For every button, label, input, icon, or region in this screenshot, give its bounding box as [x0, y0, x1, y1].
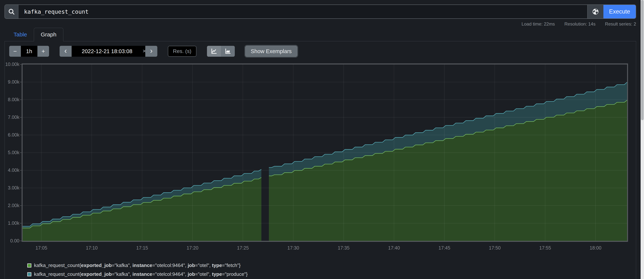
scrollbar-thumb[interactable] [641, 0, 644, 120]
y-axis-tick [20, 188, 22, 188]
load-time: Load time: 22ms [522, 21, 555, 26]
legend-swatch [27, 264, 32, 268]
x-axis-tick-label: 17:35 [332, 245, 355, 251]
range-increase-button[interactable]: + [38, 46, 49, 57]
x-axis-tick-label: 17:40 [383, 245, 405, 251]
execute-button[interactable]: Execute [604, 5, 636, 18]
result-series: Result series: 2 [605, 21, 636, 26]
line-chart-icon [211, 48, 217, 54]
x-axis-tick-label: 17:05 [30, 245, 53, 251]
x-axis-tick-label: 17:15 [131, 245, 154, 251]
legend-swatch [27, 272, 32, 276]
resolution-input[interactable] [168, 46, 196, 57]
x-axis-tick-label: 17:45 [433, 245, 456, 251]
legend-item[interactable]: kafka_request_count{exported_job="kafka"… [27, 271, 636, 277]
query-stats: Load time: 22ms Resolution: 14s Result s… [4, 21, 636, 27]
y-axis-tick-label: 0.00 [5, 238, 19, 244]
line-graph-button[interactable] [207, 46, 221, 57]
y-axis-tick [20, 135, 22, 135]
query-input[interactable] [18, 5, 587, 18]
tab-table[interactable]: Table [7, 28, 34, 41]
y-axis-tick [20, 241, 22, 241]
y-axis-tick [20, 170, 22, 171]
y-axis-tick-label: 3.00k [5, 185, 19, 191]
plot-area[interactable] [22, 63, 628, 242]
end-time-box: × [72, 46, 145, 57]
y-axis-tick-label: 6.00k [5, 132, 19, 138]
show-exemplars-button[interactable]: Show Exemplars [245, 46, 297, 57]
graph-panel: − + ‹ × › [4, 41, 636, 279]
y-axis-tick-label: 2.00k [5, 203, 19, 208]
stacked-chart-icon [225, 48, 231, 54]
x-axis-tick-label: 17:50 [484, 245, 506, 251]
end-time-control: ‹ × › [60, 46, 157, 57]
legend-series-name: kafka_request_count{exported_job="kafka"… [34, 271, 248, 277]
x-axis-tick-label: 17:30 [282, 245, 304, 251]
y-axis-tick [20, 64, 22, 65]
y-axis-tick-label: 4.00k [5, 168, 19, 173]
time-back-button[interactable]: ‹ [60, 46, 72, 57]
time-forward-button[interactable]: › [145, 46, 157, 57]
y-axis-tick-label: 1.00k [5, 220, 19, 226]
graph-type-toggle [207, 46, 235, 57]
globe-icon [592, 8, 599, 15]
y-axis-tick-label: 5.00k [5, 150, 19, 155]
tab-bar: Table Graph [4, 28, 636, 41]
prometheus-expression-browser: Execute Load time: 22ms Resolution: 14s … [0, 0, 640, 279]
series-legend: kafka_request_count{exported_job="kafka"… [27, 263, 636, 277]
range-decrease-button[interactable]: − [9, 46, 21, 57]
x-axis-tick-label: 18:00 [584, 245, 607, 251]
legend-item[interactable]: kafka_request_count{exported_job="kafka"… [27, 263, 636, 268]
y-axis-tick-label: 10.00k [5, 62, 19, 67]
range-input[interactable] [21, 46, 38, 57]
series-fetch-area [269, 100, 627, 241]
plot-canvas[interactable] [22, 64, 627, 241]
search-icon [8, 8, 15, 15]
x-axis-tick-label: 17:55 [534, 245, 556, 251]
legend-series-name: kafka_request_count{exported_job="kafka"… [34, 263, 240, 268]
y-axis-tick [20, 99, 22, 100]
resolution: Resolution: 14s [564, 21, 595, 26]
x-axis-tick-label: 17:10 [80, 245, 103, 251]
time-series-chart: 0.001.00k2.00k3.00k4.00k5.00k6.00k7.00k8… [5, 62, 636, 253]
y-axis-tick [20, 82, 22, 82]
y-axis-tick [20, 152, 22, 153]
end-time-input[interactable] [72, 48, 142, 54]
y-axis-tick [20, 223, 22, 224]
y-axis-tick-label: 7.00k [5, 115, 19, 120]
graph-toolbar: − + ‹ × › [9, 46, 636, 57]
y-axis-tick [20, 205, 22, 206]
y-axis-tick-label: 9.00k [5, 79, 19, 85]
stacked-graph-button[interactable] [221, 46, 235, 57]
tab-graph[interactable]: Graph [34, 28, 63, 41]
x-axis-tick-label: 17:25 [232, 245, 254, 251]
x-axis-tick-label: 17:20 [181, 245, 204, 251]
search-addon [5, 5, 18, 18]
page-scrollbar[interactable] [640, 0, 644, 279]
y-axis-tick [20, 117, 22, 118]
y-axis-tick-label: 8.00k [5, 97, 19, 102]
range-control: − + [9, 46, 49, 57]
query-bar: Execute [4, 4, 636, 19]
metrics-explorer-button[interactable] [587, 5, 604, 18]
